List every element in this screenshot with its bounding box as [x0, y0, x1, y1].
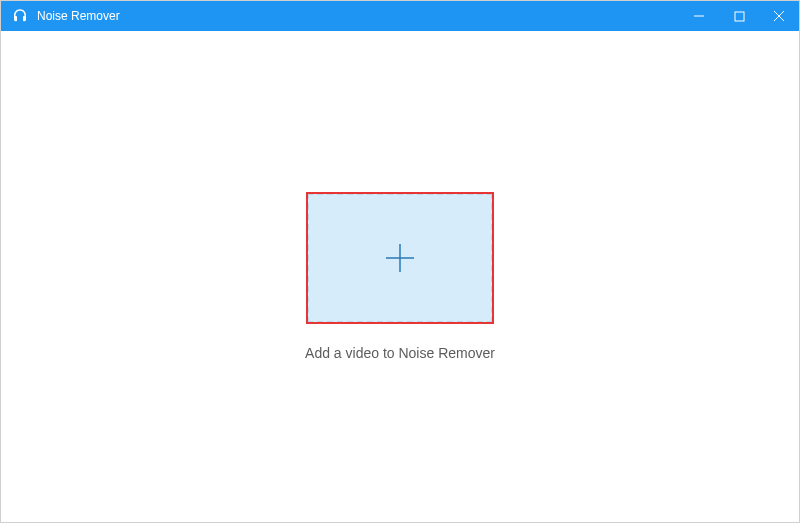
titlebar: Noise Remover	[1, 1, 799, 31]
app-title: Noise Remover	[37, 9, 679, 23]
minimize-button[interactable]	[679, 1, 719, 31]
main-content: Add a video to Noise Remover	[1, 31, 799, 522]
maximize-button[interactable]	[719, 1, 759, 31]
window-controls	[679, 1, 799, 31]
svg-rect-1	[735, 12, 744, 21]
plus-icon	[384, 242, 416, 274]
instruction-text: Add a video to Noise Remover	[305, 345, 495, 361]
app-logo-icon	[11, 7, 29, 25]
add-video-dropzone[interactable]	[307, 193, 493, 323]
close-button[interactable]	[759, 1, 799, 31]
